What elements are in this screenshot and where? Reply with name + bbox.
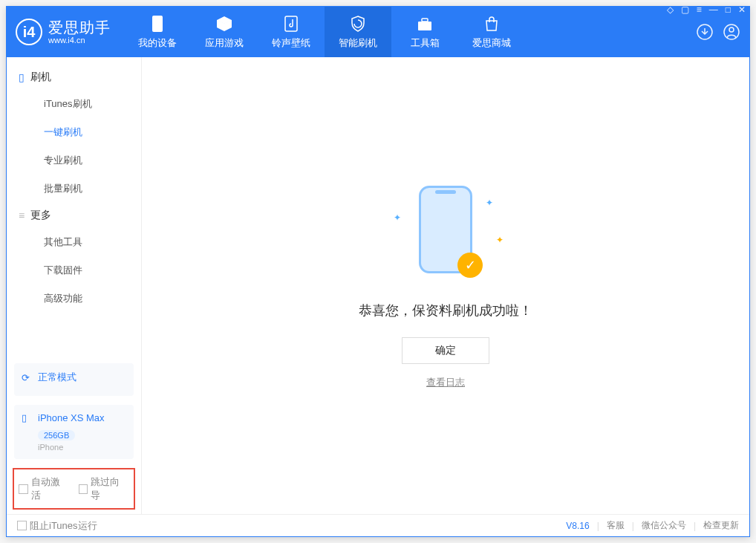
check-icon: ✓ <box>457 253 483 278</box>
statusbar: 阻止iTunes运行 V8.16 | 客服 | 微信公众号 | 检查更新 <box>7 514 749 536</box>
flash-options-highlight: 自动激活 跳过向导 <box>13 468 135 510</box>
success-message: 恭喜您，保资料刷机成功啦！ <box>359 302 532 319</box>
svg-point-6 <box>729 27 734 32</box>
bag-icon <box>482 14 501 33</box>
update-link[interactable]: 检查更新 <box>703 519 739 532</box>
app-subtitle: www.i4.cn <box>48 36 111 45</box>
ok-button[interactable]: 确定 <box>402 337 489 364</box>
toolbox-icon <box>415 14 434 33</box>
sidebar-item-pro-flash[interactable]: 专业刷机 <box>7 146 141 175</box>
logo-icon: i4 <box>16 19 42 45</box>
main-panel: ✦✦✦ ✓ 恭喜您，保资料刷机成功啦！ 确定 查看日志 <box>142 57 749 514</box>
maximize-button[interactable]: □ <box>726 4 731 15</box>
view-log-link[interactable]: 查看日志 <box>426 376 465 389</box>
success-illustration: ✦✦✦ ✓ <box>379 183 512 287</box>
mode-label: 正常模式 <box>38 371 76 384</box>
sidebar-item-advanced[interactable]: 高级功能 <box>7 284 141 313</box>
window-controls: ◇ ▢ ≡ — □ ✕ <box>667 4 746 15</box>
logo[interactable]: i4 爱思助手 www.i4.cn <box>16 19 111 45</box>
tab-store[interactable]: 爱思商城 <box>458 7 525 57</box>
minimize-button[interactable]: — <box>709 4 718 15</box>
sidebar-item-download-firmware[interactable]: 下载固件 <box>7 256 141 284</box>
tab-apps[interactable]: 应用游戏 <box>191 7 258 57</box>
sidebar-item-itunes-flash[interactable]: iTunes刷机 <box>7 90 141 118</box>
support-link[interactable]: 客服 <box>607 519 625 532</box>
capacity-badge: 256GB <box>38 430 75 440</box>
sidebar: ▯ 刷机 iTunes刷机 一键刷机 专业刷机 批量刷机 ≡ 更多 其他工具 下… <box>7 57 142 514</box>
account-icon[interactable] <box>723 23 740 41</box>
feedback-icon[interactable]: ▢ <box>681 4 689 15</box>
close-button[interactable]: ✕ <box>738 4 746 15</box>
tab-ringtones[interactable]: 铃声壁纸 <box>258 7 325 57</box>
refresh-icon: ⟳ <box>22 372 33 383</box>
shield-icon <box>348 14 368 33</box>
list-icon: ≡ <box>19 209 25 221</box>
tab-my-device[interactable]: 我的设备 <box>124 7 191 57</box>
cube-icon <box>215 14 234 33</box>
skip-guide-checkbox[interactable]: 跳过向导 <box>79 475 130 502</box>
sidebar-item-other-tools[interactable]: 其他工具 <box>7 228 141 256</box>
download-icon[interactable] <box>696 23 714 41</box>
device-icon: ▯ <box>19 71 25 83</box>
mode-box[interactable]: ⟳ 正常模式 <box>14 363 134 396</box>
device-box[interactable]: ▯ iPhone XS Max 256GB iPhone <box>14 405 134 459</box>
tab-toolbox[interactable]: 工具箱 <box>391 7 458 57</box>
device-type: iPhone <box>38 443 126 452</box>
header: i4 爱思助手 www.i4.cn 我的设备 应用游戏 铃声壁纸 智能刷机 <box>7 7 749 57</box>
wechat-link[interactable]: 微信公众号 <box>642 519 686 532</box>
tab-flash[interactable]: 智能刷机 <box>325 7 391 57</box>
phone-icon <box>148 14 167 33</box>
sidebar-item-batch-flash[interactable]: 批量刷机 <box>7 175 141 203</box>
block-itunes-checkbox[interactable]: 阻止iTunes运行 <box>17 519 97 533</box>
app-window: ◇ ▢ ≡ — □ ✕ i4 爱思助手 www.i4.cn 我的设备 应用游戏 <box>6 6 750 537</box>
nav-tabs: 我的设备 应用游戏 铃声壁纸 智能刷机 工具箱 爱思商城 <box>124 7 525 57</box>
skin-icon[interactable]: ◇ <box>667 4 674 15</box>
version-label: V8.16 <box>566 521 589 531</box>
menu-icon[interactable]: ≡ <box>697 4 702 15</box>
sidebar-group-flash: ▯ 刷机 <box>7 65 141 90</box>
svg-rect-3 <box>422 19 428 22</box>
phone-small-icon: ▯ <box>22 412 33 423</box>
sidebar-group-more: ≡ 更多 <box>7 203 141 228</box>
svg-rect-0 <box>152 16 163 32</box>
app-title: 爱思助手 <box>48 19 111 36</box>
auto-activate-checkbox[interactable]: 自动激活 <box>19 475 70 502</box>
svg-rect-2 <box>418 22 431 30</box>
device-name: iPhone XS Max <box>38 412 105 423</box>
sidebar-item-oneclick-flash[interactable]: 一键刷机 <box>7 118 141 146</box>
music-icon <box>281 14 301 33</box>
